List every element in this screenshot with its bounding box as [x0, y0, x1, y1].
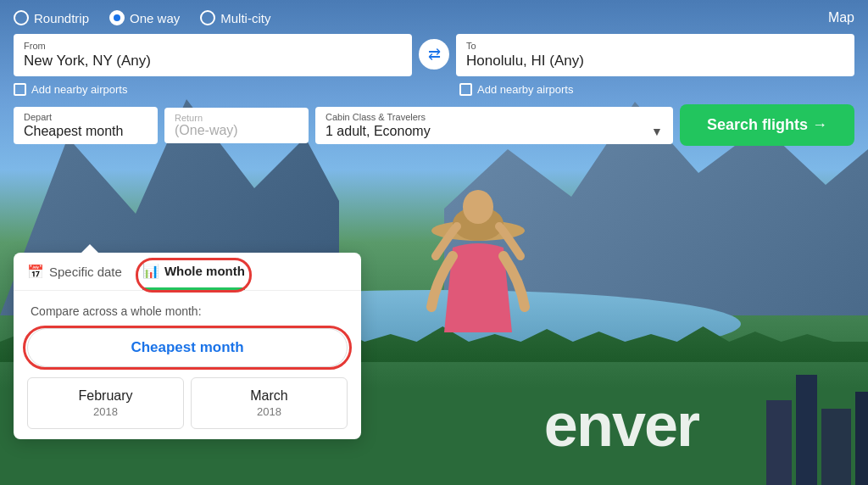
- whole-month-tab[interactable]: 📊 Whole month: [142, 263, 245, 290]
- to-nearby-checkbox[interactable]: [459, 83, 472, 96]
- cabin-arrow-icon: ▼: [651, 125, 663, 138]
- multi-city-label: Multi-city: [220, 11, 270, 25]
- roundtrip-label: Roundtrip: [34, 11, 89, 25]
- compare-text: Compare across a whole month:: [14, 304, 361, 328]
- date-dropdown: 📅 Specific date 📊 Whole month Compare ac…: [14, 253, 361, 439]
- from-nearby-checkbox[interactable]: [14, 83, 26, 96]
- person-silhouette: [410, 180, 546, 366]
- return-value: (One-way): [175, 123, 298, 138]
- multi-city-option[interactable]: Multi-city: [200, 10, 270, 25]
- cheapest-option-wrap: Cheapest month: [14, 328, 361, 377]
- one-way-option[interactable]: One way: [109, 10, 180, 25]
- to-value: Honolulu, HI (Any): [466, 53, 844, 70]
- nearby-row: Add nearby airports Add nearby airports: [14, 83, 854, 96]
- cheapest-month-label: Cheapest month: [131, 339, 243, 355]
- roundtrip-option[interactable]: Roundtrip: [14, 10, 89, 25]
- from-label: From: [24, 41, 402, 51]
- to-label: To: [466, 41, 844, 51]
- calendar-icon: 📅: [27, 264, 44, 280]
- cheapest-month-option[interactable]: Cheapest month: [27, 328, 348, 367]
- cabin-label: Cabin Class & Travelers: [326, 112, 663, 122]
- depart-field[interactable]: Depart Cheapest month: [14, 107, 158, 144]
- multi-city-radio[interactable]: [200, 10, 215, 25]
- cabin-value: 1 adult, Economy: [326, 124, 431, 139]
- trip-type-row: Roundtrip One way Multi-city Map: [14, 10, 854, 25]
- trip-type-options: Roundtrip One way Multi-city: [14, 10, 270, 25]
- swap-button[interactable]: ⇄: [419, 39, 449, 70]
- from-nearby-label: Add nearby airports: [31, 83, 127, 96]
- to-nearby-option[interactable]: Add nearby airports: [459, 83, 854, 96]
- return-field[interactable]: Return (One-way): [164, 108, 309, 143]
- one-way-radio[interactable]: [109, 10, 125, 25]
- to-field[interactable]: To Honolulu, HI (Any): [456, 34, 854, 76]
- month-card[interactable]: March 2018: [191, 377, 348, 429]
- month-name: February: [38, 388, 173, 404]
- from-nearby-option[interactable]: Add nearby airports: [14, 83, 409, 96]
- to-nearby-label: Add nearby airports: [477, 83, 573, 96]
- radio-dot: [114, 14, 120, 21]
- tab-row: 📅 Specific date 📊 Whole month: [14, 253, 361, 291]
- bar-chart-icon: 📊: [142, 263, 159, 279]
- map-button[interactable]: Map: [828, 10, 854, 25]
- from-field[interactable]: From New York, NY (Any): [14, 34, 412, 76]
- city-name: enver: [544, 390, 698, 460]
- search-label: Search flights →: [707, 116, 827, 134]
- specific-date-tab[interactable]: 📅 Specific date: [27, 264, 122, 290]
- month-options: February 2018 March 2018: [14, 377, 361, 429]
- search-button[interactable]: Search flights →: [680, 104, 854, 146]
- specific-date-label: Specific date: [49, 265, 122, 279]
- month-card[interactable]: February 2018: [27, 377, 184, 429]
- depart-label: Depart: [24, 112, 147, 122]
- one-way-label: One way: [130, 11, 180, 25]
- return-label: Return: [175, 113, 298, 123]
- depart-value: Cheapest month: [24, 124, 147, 139]
- month-name: March: [202, 388, 337, 404]
- cabin-field[interactable]: Cabin Class & Travelers 1 adult, Economy…: [315, 107, 673, 144]
- cabin-select-row: 1 adult, Economy ▼: [326, 124, 663, 139]
- svg-point-2: [463, 190, 493, 224]
- month-year: 2018: [202, 405, 337, 418]
- nearby-spacer: [415, 83, 453, 96]
- od-row: From New York, NY (Any) ⇄ To Honolulu, H…: [14, 34, 854, 76]
- whole-month-label: Whole month: [164, 264, 245, 278]
- roundtrip-radio[interactable]: [14, 10, 29, 25]
- bottom-row: Depart Cheapest month Return (One-way) C…: [14, 104, 854, 146]
- month-year: 2018: [38, 405, 173, 418]
- search-panel: Roundtrip One way Multi-city Map From Ne…: [0, 0, 868, 146]
- from-value: New York, NY (Any): [24, 53, 402, 70]
